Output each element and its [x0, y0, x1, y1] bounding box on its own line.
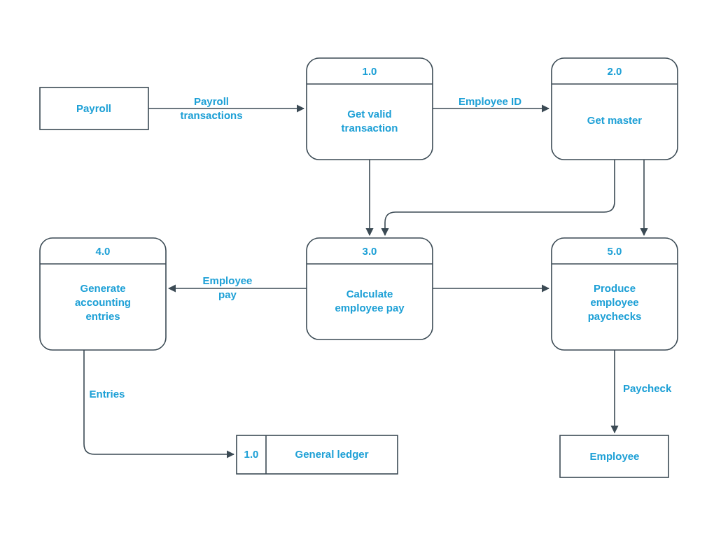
process-1-name-l1: Get valid: [347, 108, 391, 120]
flow-entries-label: Entries: [90, 388, 125, 400]
datastore-ledger-id: 1.0: [244, 448, 259, 460]
entity-payroll: Payroll: [40, 88, 148, 130]
entity-employee: Employee: [560, 435, 668, 477]
process-1: 1.0 Get valid transaction: [307, 58, 433, 160]
flow-p3-to-p4: Employee pay: [169, 274, 307, 300]
flow-employee-pay-l1: Employee: [203, 274, 253, 286]
process-3-id: 3.0: [363, 245, 377, 257]
process-5-name-l3: paychecks: [588, 310, 642, 322]
process-2-id: 2.0: [608, 65, 622, 77]
entity-employee-label: Employee: [590, 450, 640, 462]
flow-payroll-to-p1: Payroll transactions: [148, 95, 304, 121]
datastore-general-ledger: 1.0 General ledger: [237, 435, 398, 474]
flow-p1-to-p2: Employee ID: [433, 95, 549, 108]
process-3-name-l1: Calculate: [346, 288, 393, 300]
flow-employee-pay-l2: pay: [218, 288, 237, 300]
datastore-ledger-name: General ledger: [295, 448, 368, 460]
entity-payroll-label: Payroll: [76, 102, 111, 114]
flow-employee-id-label: Employee ID: [458, 95, 522, 107]
process-5: 5.0 Produce employee paychecks: [552, 238, 678, 350]
process-4: 4.0 Generate accounting entries: [40, 238, 166, 350]
process-3-name-l2: employee pay: [335, 302, 405, 314]
flow-paycheck-label: Paycheck: [623, 382, 672, 394]
process-5-id: 5.0: [608, 245, 622, 257]
process-5-name-l2: employee: [590, 296, 638, 308]
process-4-name-l2: accounting: [75, 296, 131, 308]
process-4-name-l1: Generate: [80, 282, 125, 294]
flow-p2-to-p3: [385, 160, 615, 235]
process-1-id: 1.0: [363, 65, 377, 77]
dfd-diagram: Payroll 1.0 Get valid transaction 2.0 Ge…: [0, 0, 728, 560]
process-4-id: 4.0: [96, 245, 111, 257]
process-1-name-l2: transaction: [342, 122, 398, 134]
process-3: 3.0 Calculate employee pay: [307, 238, 433, 340]
process-4-name-l3: entries: [85, 310, 120, 322]
flow-payroll-label-l1: Payroll: [194, 95, 229, 107]
process-5-name-l1: Produce: [594, 282, 636, 294]
flow-p5-to-employee: Paycheck: [615, 350, 672, 433]
flow-payroll-label-l2: transactions: [180, 109, 242, 121]
flow-p4-to-ledger: Entries: [84, 350, 234, 454]
process-2: 2.0 Get master: [552, 58, 678, 160]
process-2-name-l1: Get master: [587, 114, 643, 126]
